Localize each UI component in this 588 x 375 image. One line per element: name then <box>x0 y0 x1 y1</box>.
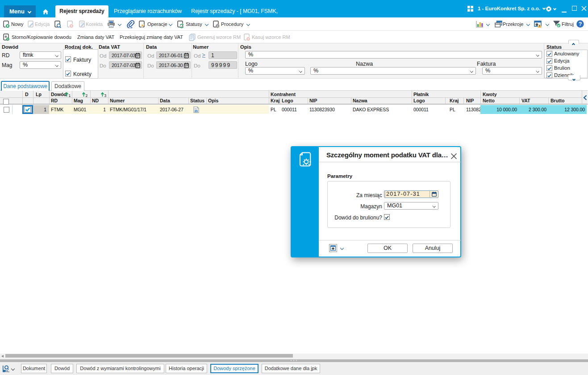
svg-text:1: 1 <box>69 93 71 97</box>
svg-text:2: 2 <box>86 93 88 97</box>
svg-text:?: ? <box>579 21 582 27</box>
svg-text:3: 3 <box>104 93 106 97</box>
